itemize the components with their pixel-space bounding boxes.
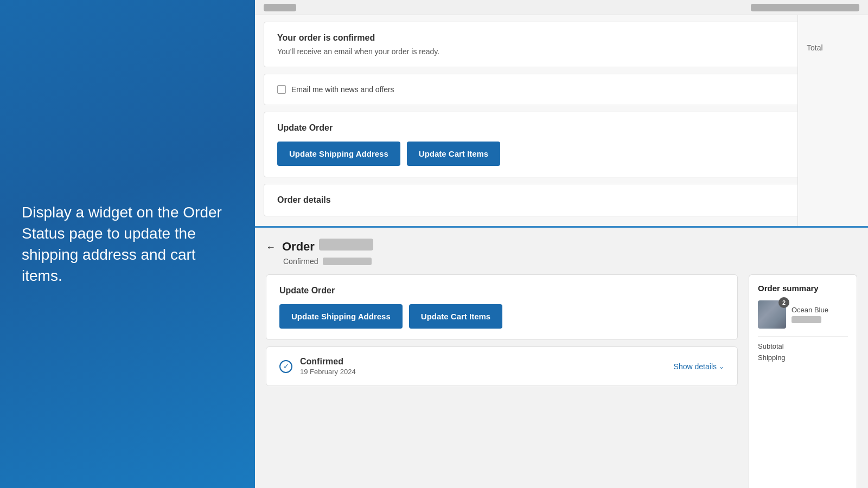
top-order-details-title: Order details [277,195,846,205]
chevron-down-icon: ⌄ [719,363,724,370]
order-confirmed-title: Your order is confirmed [277,33,846,43]
bottom-left: Update Order Update Shipping Address Upd… [266,274,738,488]
email-checkbox-card: Email me with news and offers [264,74,859,105]
email-checkbox[interactable] [277,85,286,94]
confirmed-left: ✓ Confirmed 19 February 2024 [279,357,356,376]
top-section-main: Your order is confirmed You'll receive a… [255,15,868,223]
order-confirmed-subtitle: You'll receive an email when your order … [277,47,846,56]
total-label: Total [807,43,859,52]
bottom-update-order-widget: Update Order Update Shipping Address Upd… [266,274,738,340]
product-row: 2 Ocean Blue [758,300,848,329]
subtotal-row: Subtotal [758,342,848,350]
top-section-inner: Your order is confirmed You'll receive a… [255,15,868,223]
confirmed-status-text: Confirmed [300,357,356,367]
top-update-shipping-button[interactable]: Update Shipping Address [277,142,400,166]
bottom-update-shipping-button[interactable]: Update Shipping Address [279,304,403,329]
banner-nav-blurred [751,4,859,11]
show-details-link[interactable]: Show details ⌄ [674,362,724,371]
bottom-update-order-title: Update Order [279,286,724,296]
order-number-blurred [319,239,373,251]
right-panel: Your order is confirmed You'll receive a… [255,0,868,488]
order-confirmed-status-row: Confirmed [266,257,857,266]
bottom-section: ← Order Confirmed Update Order Update Sh… [255,228,868,488]
product-price-blurred [792,316,821,323]
email-checkbox-row: Email me with news and offers [277,85,846,94]
banner-logo-blurred [264,4,296,11]
back-arrow-icon[interactable]: ← [266,242,276,253]
confirmed-section: ✓ Confirmed 19 February 2024 Show detail… [266,346,738,386]
confirmed-check-icon: ✓ [279,360,292,373]
top-update-cart-button[interactable]: Update Cart Items [407,142,500,166]
top-banner [255,0,868,15]
confirmed-date-text: 19 February 2024 [300,368,356,376]
order-summary-title: Order summary [758,284,848,293]
product-badge: 2 [778,297,789,308]
left-panel: Display a widget on the Order Status pag… [0,0,255,488]
order-header: ← Order [266,239,857,254]
confirmed-text-block: Confirmed 19 February 2024 [300,357,356,376]
top-order-details-card: Order details [264,184,859,216]
summary-divider [758,336,848,337]
left-panel-description: Display a widget on the Order Status pag… [22,202,233,287]
order-title-label: Order [282,240,315,254]
order-status-label: Confirmed [283,257,318,266]
product-name: Ocean Blue [792,306,828,315]
shipping-label: Shipping [758,354,786,362]
email-checkbox-label: Email me with news and offers [291,85,394,94]
bottom-btn-row: Update Shipping Address Update Cart Item… [279,304,724,329]
bottom-main: Update Order Update Shipping Address Upd… [266,274,857,488]
order-date-blurred [323,258,372,265]
bottom-update-cart-button[interactable]: Update Cart Items [409,304,502,329]
top-update-order-title: Update Order [277,123,846,133]
top-update-order-card: Update Order Update Shipping Address Upd… [264,112,859,177]
shipping-row: Shipping [758,354,848,362]
right-total-panel: Total [797,15,868,228]
top-btn-row: Update Shipping Address Update Cart Item… [277,142,846,166]
top-section: Your order is confirmed You'll receive a… [255,0,868,228]
product-info: Ocean Blue [792,306,828,324]
order-summary-panel: Order summary 2 Ocean Blue [749,274,857,488]
order-confirmed-card: Your order is confirmed You'll receive a… [264,22,859,67]
subtotal-label: Subtotal [758,342,784,350]
show-details-label: Show details [674,362,717,371]
product-image-wrapper: 2 [758,300,786,329]
